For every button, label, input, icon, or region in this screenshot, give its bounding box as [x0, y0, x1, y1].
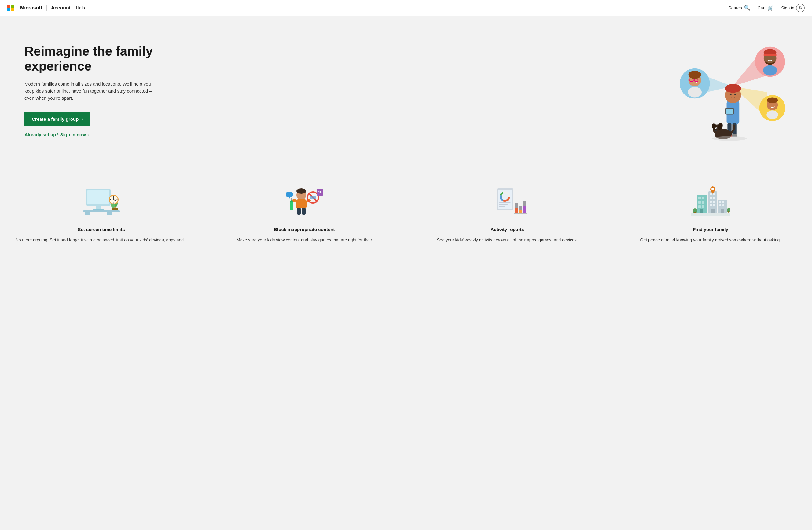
hero-title: Reimagine the family experience: [25, 44, 183, 74]
svg-rect-89: [523, 206, 526, 213]
svg-rect-104: [710, 201, 712, 203]
svg-rect-115: [691, 213, 730, 216]
header-divider: [46, 5, 47, 11]
svg-marker-74: [289, 197, 291, 199]
svg-rect-101: [713, 193, 715, 195]
microsoft-logo[interactable]: [7, 4, 14, 11]
create-family-button[interactable]: Create a family group ›: [25, 112, 90, 126]
feature-block-content-desc: Make sure your kids view content and pla…: [213, 237, 396, 244]
search-button[interactable]: Search 🔍: [728, 4, 750, 11]
svg-point-10: [688, 87, 702, 97]
svg-rect-96: [698, 205, 701, 208]
svg-rect-57: [107, 212, 112, 215]
feature-find-family-desc: Get peace of mind knowing your family ar…: [619, 237, 802, 244]
svg-rect-107: [713, 204, 715, 206]
svg-rect-93: [702, 197, 705, 199]
cart-icon: 🛒: [767, 4, 774, 11]
svg-text:18: 18: [318, 191, 322, 194]
svg-rect-82: [499, 204, 508, 205]
svg-rect-26: [726, 109, 734, 114]
svg-rect-83: [499, 206, 505, 207]
feature-screen-time-desc: No more arguing. Set it and forget it wi…: [10, 237, 193, 244]
hero-description: Modern families come in all sizes and lo…: [25, 81, 153, 102]
svg-point-37: [714, 130, 717, 131]
svg-point-59: [296, 188, 306, 194]
find-family-icon: [619, 184, 802, 218]
create-family-label: Create a family group: [32, 116, 78, 121]
svg-rect-88: [519, 210, 522, 213]
feature-screen-time: Set screen time limits No more arguing. …: [0, 169, 203, 256]
svg-rect-95: [702, 201, 705, 203]
svg-point-24: [734, 94, 736, 95]
svg-rect-97: [702, 205, 705, 208]
cart-button[interactable]: Cart 🛒: [758, 4, 774, 11]
hero-illustration: [671, 34, 787, 144]
feature-activity-reports-title: Activity reports: [416, 227, 599, 233]
feature-find-family: Find your family Get peace of mind knowi…: [609, 169, 812, 256]
svg-rect-70: [290, 201, 293, 210]
already-setup-label: Already set up? Sign in now: [25, 132, 86, 137]
block-content-icon: 18: [213, 184, 396, 218]
svg-rect-60: [296, 199, 306, 209]
svg-point-51: [113, 196, 114, 197]
svg-rect-55: [83, 210, 120, 212]
svg-point-120: [711, 188, 714, 190]
signin-label: Sign in: [781, 5, 794, 10]
svg-point-54: [116, 199, 117, 200]
svg-rect-73: [286, 192, 293, 197]
svg-rect-117: [694, 212, 696, 213]
svg-rect-67: [310, 196, 316, 199]
svg-point-71: [290, 200, 293, 202]
cart-label: Cart: [758, 5, 766, 10]
feature-find-family-title: Find your family: [619, 227, 802, 233]
nav-help[interactable]: Help: [76, 5, 85, 10]
svg-rect-42: [93, 209, 104, 210]
signin-button[interactable]: Sign in: [781, 4, 805, 12]
already-setup-link[interactable]: Already set up? Sign in now ›: [25, 132, 89, 137]
svg-rect-113: [723, 204, 724, 206]
feature-screen-time-title: Set screen time limits: [10, 227, 193, 233]
svg-rect-106: [710, 204, 712, 206]
svg-rect-105: [713, 201, 715, 203]
svg-rect-111: [723, 201, 724, 203]
svg-rect-98: [699, 209, 703, 213]
brand-name: Microsoft: [20, 5, 42, 11]
feature-block-content: 18 Block inappropriate content Make sure…: [203, 169, 406, 256]
svg-rect-40: [87, 190, 110, 204]
svg-point-0: [799, 6, 801, 8]
svg-rect-64: [302, 208, 306, 215]
hero-section: Reimagine the family experience Modern f…: [0, 16, 812, 162]
feature-block-content-title: Block inappropriate content: [213, 227, 396, 233]
svg-point-53: [110, 199, 111, 200]
search-label: Search: [728, 5, 742, 10]
svg-rect-41: [96, 206, 101, 209]
svg-point-18: [767, 98, 778, 103]
activity-reports-icon: [416, 184, 599, 218]
svg-rect-100: [710, 193, 712, 195]
svg-point-52: [113, 203, 114, 203]
svg-rect-92: [698, 197, 701, 199]
feature-activity-reports: Activity reports See your kids' weekly a…: [406, 169, 609, 256]
user-avatar-icon: [796, 4, 805, 12]
svg-rect-56: [85, 212, 90, 215]
svg-rect-63: [297, 208, 301, 215]
svg-point-36: [716, 128, 717, 129]
chevron-right-icon2: ›: [87, 132, 89, 137]
svg-point-22: [725, 84, 741, 92]
svg-rect-112: [720, 204, 721, 206]
svg-point-19: [767, 110, 778, 119]
svg-point-6: [688, 71, 701, 79]
svg-rect-94: [698, 201, 701, 203]
features-section: Set screen time limits No more arguing. …: [0, 169, 812, 256]
svg-point-15: [763, 65, 777, 75]
svg-point-38: [712, 136, 747, 141]
svg-rect-110: [720, 201, 721, 203]
nav-account[interactable]: Account: [51, 5, 71, 11]
screen-time-icon: [10, 184, 193, 218]
svg-rect-102: [710, 197, 712, 199]
feature-activity-reports-desc: See your kids' weekly activity across al…: [416, 237, 599, 244]
svg-rect-119: [728, 211, 729, 213]
site-header: Microsoft Account Help Search 🔍 Cart 🛒 S…: [0, 0, 812, 16]
svg-rect-114: [721, 209, 724, 213]
svg-rect-103: [713, 197, 715, 199]
